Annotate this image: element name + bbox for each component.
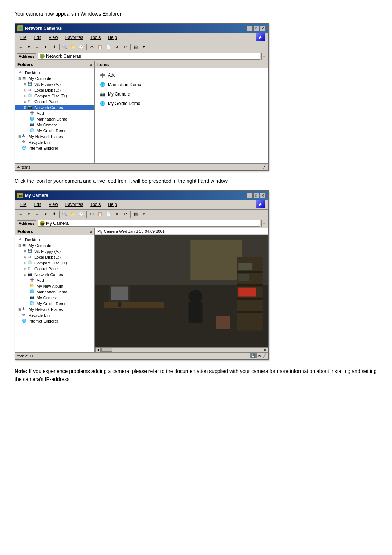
views-dropdown-2[interactable]: ▾ — [140, 211, 148, 218]
menu-edit-1[interactable]: Edit — [32, 35, 43, 40]
tree2-item-ie[interactable]: 🌐 Internet Explorer — [15, 318, 94, 324]
back-button-1[interactable]: ← — [17, 44, 25, 51]
tree2-item-mycomputer[interactable]: ⊟ 💻 My Computer — [15, 243, 94, 248]
minimize-button-1[interactable]: _ — [247, 26, 253, 31]
copy-button-2[interactable]: 📋 — [96, 211, 104, 218]
menu-help-1[interactable]: Help — [106, 35, 118, 40]
scroll-thumb-h[interactable] — [101, 348, 112, 352]
tree2-item-mynet[interactable]: ⊞ 🖧 My Network Places — [15, 307, 94, 312]
tree2-item-localdisk[interactable]: ⊞ 🖴 Local Disk (C:) — [15, 254, 94, 260]
back-dropdown-2[interactable]: ▾ — [25, 211, 33, 218]
tree-item-netcam[interactable]: ⊟ 📷 Network Cameras — [15, 105, 94, 110]
tree-item-cd[interactable]: ⊞ 💿 Compact Disc (D:) — [15, 93, 94, 99]
expand-floppy: ⊞ — [24, 82, 28, 86]
folders-button-1[interactable]: 📁 — [69, 44, 77, 51]
undo-button-1[interactable]: ↩ — [121, 44, 129, 51]
tree2-item-album[interactable]: 📂 My New Album — [15, 283, 94, 289]
forward-button-1[interactable]: → — [33, 44, 41, 51]
back-dropdown-1[interactable]: ▾ — [25, 44, 33, 51]
search-button-1[interactable]: 🔍 — [61, 44, 69, 51]
views-button-2[interactable]: ▤ — [132, 211, 140, 218]
minimize-button-2[interactable]: _ — [247, 193, 253, 198]
up-button-2[interactable]: ⬆ — [50, 211, 58, 218]
up-button-1[interactable]: ⬆ — [50, 44, 58, 51]
tree2-item-floppy[interactable]: ⊞ 💾 3½ Floppy (A:) — [15, 248, 94, 254]
back-button-2[interactable]: ← — [17, 211, 25, 218]
views-dropdown-1[interactable]: ▾ — [140, 44, 148, 51]
tree2-item-manhattan[interactable]: 🌐 Manhattan Demo — [15, 289, 94, 295]
item-manhattan[interactable]: 🌐 Manhattan Demo — [98, 81, 265, 89]
paste-button-1[interactable]: 📄 — [105, 44, 113, 51]
forward-dropdown-1[interactable]: ▾ — [42, 44, 50, 51]
delete-button-2[interactable]: ✕ — [113, 211, 121, 218]
close-button-1[interactable]: X — [260, 26, 266, 31]
tree-item-mycomputer[interactable]: ⊟ 💻 My Computer — [15, 76, 94, 81]
history-button-1[interactable]: 🕐 — [77, 44, 85, 51]
search-button-2[interactable]: 🔍 — [61, 211, 69, 218]
tree2-item-recycle[interactable]: 🗑 Recycle Bin — [15, 312, 94, 318]
tree2-item-desktop[interactable]: 🖥 Desktop — [15, 237, 94, 243]
scroll-left-btn[interactable]: ◄ — [95, 348, 101, 352]
delete-button-1[interactable]: ✕ — [113, 44, 121, 51]
menu-help-2[interactable]: Help — [106, 202, 118, 207]
address-bar-1: Address 🌐 Network Cameras ▾ — [15, 52, 268, 61]
move-button-2[interactable]: ✂ — [88, 211, 96, 218]
item-label-mycam: My Camera — [108, 92, 130, 97]
move-button-1[interactable]: ✂ — [88, 44, 96, 51]
tree-item-localdisk[interactable]: ⊞ 🖴 Local Disk (C:) — [15, 87, 94, 93]
copy-button-1[interactable]: 📋 — [96, 44, 104, 51]
menu-file-1[interactable]: File — [18, 35, 28, 40]
forward-button-2[interactable]: → — [33, 211, 41, 218]
address-dropdown-2[interactable]: ▾ — [261, 220, 266, 227]
tree-item-floppy[interactable]: ⊞ 💾 3½ Floppy (A:) — [15, 81, 94, 87]
tree-item-mynet[interactable]: ⊞ 🖧 My Network Places — [15, 134, 94, 139]
tree2-item-mycam[interactable]: 📷 My Camera — [15, 295, 94, 301]
note-label: Note: — [15, 368, 28, 374]
folders-close-1[interactable]: × — [90, 63, 92, 67]
tree-item-add[interactable]: ➕ Add — [15, 110, 94, 116]
item-add[interactable]: ➕ Add — [98, 71, 265, 79]
item-mycam[interactable]: 📷 My Camera — [98, 90, 265, 98]
tree2-icon-localdisk: 🖴 — [28, 255, 33, 260]
address-input-2[interactable]: 📷 My Camera — [38, 220, 260, 227]
menu-view-2[interactable]: View — [47, 202, 60, 207]
tree2-item-cd[interactable]: ⊞ 💿 Compact Disc (D:) — [15, 260, 94, 266]
forward-dropdown-2[interactable]: ▾ — [42, 211, 50, 218]
undo-button-2[interactable]: ↩ — [121, 211, 129, 218]
menu-edit-2[interactable]: Edit — [32, 202, 43, 207]
paste-button-2[interactable]: 📄 — [105, 211, 113, 218]
address-dropdown-1[interactable]: ▾ — [261, 53, 266, 60]
scroll-right-btn[interactable]: ► — [263, 348, 268, 352]
tree2-item-netcam[interactable]: ⊟ 📷 Network Cameras — [15, 272, 94, 278]
menu-favorites-2[interactable]: Favorites — [64, 202, 85, 207]
address-input-1[interactable]: 🌐 Network Cameras — [38, 53, 260, 60]
folders-label-1: Folders — [17, 62, 33, 67]
tree-item-control[interactable]: ⊞ ⚙ Control Panel — [15, 99, 94, 105]
close-button-2[interactable]: X — [260, 193, 266, 198]
expand2-mynet: ⊞ — [18, 308, 22, 311]
svg-rect-14 — [237, 311, 263, 313]
tree2-item-goldie[interactable]: 🌐 My Goldie Demo — [15, 301, 94, 307]
maximize-button-1[interactable]: □ — [253, 26, 259, 31]
maximize-button-2[interactable]: □ — [253, 193, 259, 198]
menu-favorites-1[interactable]: Favorites — [64, 35, 85, 40]
tree-item-manhattan[interactable]: 🌐 Manhattan Demo — [15, 116, 94, 122]
menu-file-2[interactable]: File — [18, 202, 28, 207]
menu-view-1[interactable]: View — [47, 35, 60, 40]
tree-item-desktop[interactable]: 🖥 Desktop — [15, 70, 94, 76]
tree-item-mycam[interactable]: 📷 My Camera — [15, 122, 94, 128]
folders-close-2[interactable]: × — [90, 230, 92, 234]
tree-item-goldie[interactable]: 🌐 My Goldie Demo — [15, 128, 94, 134]
tree-item-ie[interactable]: 🌐 Internet Explorer — [15, 145, 94, 151]
tree2-item-control[interactable]: ⊞ ⚙ Control Panel — [15, 266, 94, 272]
history-button-2[interactable]: 🕐 — [77, 211, 85, 218]
camera-scrollbar-h[interactable]: ◄ ► — [95, 347, 268, 352]
menu-tools-2[interactable]: Tools — [89, 202, 102, 207]
tree2-item-add[interactable]: ➕ Add — [15, 278, 94, 283]
item-goldie[interactable]: 🌐 My Goldie Demo — [98, 100, 265, 108]
tree-item-recycle[interactable]: 🗑 Recycle Bin — [15, 139, 94, 145]
views-button-1[interactable]: ▤ — [132, 44, 140, 51]
folders-button-2[interactable]: 📁 — [69, 211, 77, 218]
tree-label-floppy: 3½ Floppy (A:) — [34, 82, 61, 86]
menu-tools-1[interactable]: Tools — [89, 35, 102, 40]
